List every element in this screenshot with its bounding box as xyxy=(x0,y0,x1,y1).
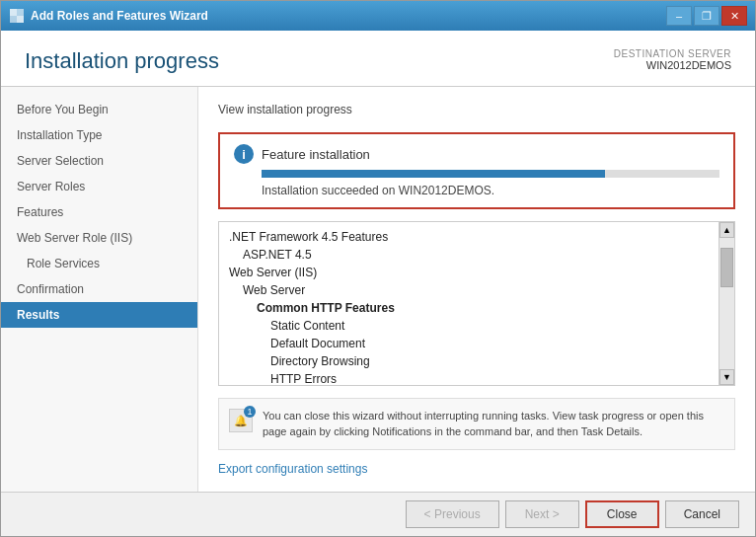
installed-list-container: .NET Framework 4.5 FeaturesASP.NET 4.5We… xyxy=(218,221,735,386)
list-item: ASP.NET 4.5 xyxy=(229,246,724,264)
footer: < Previous Next > Close Cancel xyxy=(1,492,755,536)
window-title: Add Roles and Features Wizard xyxy=(31,9,208,23)
list-item: Web Server xyxy=(229,281,724,299)
feature-installation-box: i Feature installation Installation succ… xyxy=(218,132,735,209)
sidebar: Before You BeginInstallation TypeServer … xyxy=(1,87,198,492)
main-window: Add Roles and Features Wizard – ❐ ✕ Inst… xyxy=(0,0,756,537)
svg-rect-3 xyxy=(17,16,24,23)
scroll-down-button[interactable]: ▼ xyxy=(719,369,734,385)
content-area: Before You BeginInstallation TypeServer … xyxy=(1,87,755,492)
list-item: Common HTTP Features xyxy=(229,299,724,317)
scroll-up-button[interactable]: ▲ xyxy=(719,222,734,238)
list-item: HTTP Errors xyxy=(229,370,724,386)
notification-text: You can close this wizard without interr… xyxy=(263,409,724,439)
next-button[interactable]: Next > xyxy=(505,500,579,528)
sidebar-item-web-server-role-iis[interactable]: Web Server Role (IIS) xyxy=(1,225,197,251)
list-item: .NET Framework 4.5 Features xyxy=(229,228,724,246)
sidebar-item-server-roles[interactable]: Server Roles xyxy=(1,174,197,199)
app-icon xyxy=(9,8,25,24)
scroll-track xyxy=(719,238,734,369)
list-item: Default Document xyxy=(229,335,724,352)
notification-badge: 1 xyxy=(244,406,256,418)
page-title: Installation progress xyxy=(25,48,219,74)
sidebar-item-confirmation[interactable]: Confirmation xyxy=(1,276,197,302)
title-bar-left: Add Roles and Features Wizard xyxy=(9,8,208,24)
notification-icon: 🔔 1 xyxy=(229,409,253,432)
close-window-button[interactable]: ✕ xyxy=(721,6,747,26)
sidebar-item-before-you-begin[interactable]: Before You Begin xyxy=(1,97,197,122)
restore-button[interactable]: ❐ xyxy=(694,6,719,26)
scroll-thumb[interactable] xyxy=(720,248,733,287)
cancel-button[interactable]: Cancel xyxy=(665,500,739,528)
title-bar: Add Roles and Features Wizard – ❐ ✕ xyxy=(1,1,755,31)
installed-list: .NET Framework 4.5 FeaturesASP.NET 4.5We… xyxy=(219,222,734,386)
page-header: Installation progress DESTINATION SERVER… xyxy=(1,31,755,87)
export-configuration-link[interactable]: Export configuration settings xyxy=(218,462,735,476)
window-controls: – ❐ ✕ xyxy=(666,6,747,26)
destination-label: DESTINATION SERVER xyxy=(614,48,731,59)
close-button[interactable]: Close xyxy=(585,500,659,528)
feature-installation-label: Feature installation xyxy=(262,147,370,162)
sidebar-item-installation-type[interactable]: Installation Type xyxy=(1,122,197,148)
list-item: Static Content xyxy=(229,317,724,335)
list-item: Web Server (IIS) xyxy=(229,264,724,281)
success-message: Installation succeeded on WIN2012DEMOS. xyxy=(262,184,719,197)
progress-bar-fill xyxy=(262,170,605,178)
sidebar-item-features[interactable]: Features xyxy=(1,199,197,225)
sidebar-item-role-services[interactable]: Role Services xyxy=(1,251,197,276)
notification-box: 🔔 1 You can close this wizard without in… xyxy=(218,398,735,450)
sidebar-item-results[interactable]: Results xyxy=(1,302,197,328)
svg-rect-0 xyxy=(10,9,17,16)
server-name: WIN2012DEMOS xyxy=(614,59,731,71)
progress-bar-container xyxy=(262,170,719,178)
svg-rect-1 xyxy=(17,9,24,16)
feature-header: i Feature installation xyxy=(234,144,719,164)
scrollbar[interactable]: ▲ ▼ xyxy=(718,222,734,385)
destination-server-info: DESTINATION SERVER WIN2012DEMOS xyxy=(614,48,731,71)
view-progress-label: View installation progress xyxy=(218,103,735,116)
main-content: View installation progress i Feature ins… xyxy=(198,87,755,492)
sidebar-item-server-selection[interactable]: Server Selection xyxy=(1,148,197,174)
info-icon: i xyxy=(234,144,254,164)
list-item: Directory Browsing xyxy=(229,352,724,370)
svg-rect-2 xyxy=(10,16,17,23)
minimize-button[interactable]: – xyxy=(666,6,692,26)
previous-button[interactable]: < Previous xyxy=(406,500,499,528)
